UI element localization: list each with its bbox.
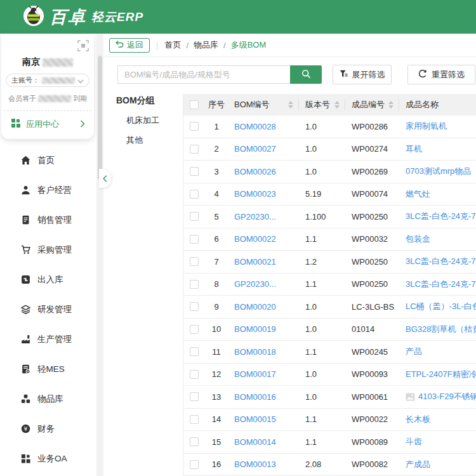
breadcrumb-home[interactable]: 首页	[164, 39, 181, 51]
row-checkbox[interactable]	[190, 122, 199, 131]
reset-filter-label: 重置筛选	[432, 69, 465, 81]
table-row: 14BOM000151.1WP00022长木板	[183, 409, 476, 432]
sort-icon[interactable]	[288, 101, 293, 109]
row-checkbox[interactable]	[190, 415, 199, 424]
sidebar-scrollbar[interactable]	[96, 34, 103, 476]
product-name-link[interactable]: 长木板	[406, 414, 430, 425]
row-version: 5.19	[299, 189, 345, 199]
row-seq: 12	[205, 369, 228, 379]
row-version: 1.0	[299, 167, 345, 176]
sidebar-item-items[interactable]: 物品库	[0, 384, 96, 414]
scrollbar-thumb[interactable]	[98, 56, 102, 180]
product-name-link[interactable]: 产成品	[406, 459, 430, 470]
row-checkbox[interactable]	[190, 392, 199, 401]
sidebar-item-production[interactable]: 生产管理	[0, 324, 96, 354]
bom-code-link[interactable]: BOM00017	[234, 369, 276, 379]
row-seq: 4	[205, 189, 228, 199]
company-name: 南京	[1, 56, 94, 68]
search-input[interactable]	[117, 65, 290, 84]
main-account-selector[interactable]: 主账号：	[6, 74, 89, 87]
row-checkbox[interactable]	[190, 145, 199, 154]
chevron-down-icon	[77, 75, 84, 86]
layers-icon	[21, 305, 30, 314]
breadcrumb-items-library[interactable]: 物品库	[194, 39, 218, 51]
bom-code-link[interactable]: BOM00014	[234, 437, 276, 447]
product-name-link[interactable]: 产品	[406, 346, 422, 357]
sort-icon[interactable]	[334, 101, 340, 109]
sidebar-item-rd[interactable]: 研发管理	[0, 294, 96, 324]
back-button[interactable]: 返回	[109, 38, 150, 53]
product-name-link[interactable]: 家用制氧机	[406, 121, 447, 132]
row-checkbox[interactable]	[190, 460, 199, 469]
company-name-redacted	[43, 58, 73, 67]
bom-code-link[interactable]: BOM00020	[234, 302, 276, 312]
row-checkbox[interactable]	[190, 235, 199, 244]
row-checkbox[interactable]	[190, 437, 199, 446]
sidebar-item-finance[interactable]: ¥ 财务	[0, 414, 96, 444]
bom-code-link[interactable]: BOM00016	[234, 392, 276, 402]
bom-code-link[interactable]: BOM00019	[234, 324, 276, 334]
sidebar-item-home[interactable]: 首页	[0, 145, 96, 175]
qr-code-icon[interactable]	[77, 39, 89, 55]
finance-icon: ¥	[21, 424, 30, 433]
bom-code-link[interactable]: BOM00026	[234, 167, 276, 176]
sidebar-item-customer[interactable]: 客户经营	[0, 175, 96, 205]
mes-icon	[21, 364, 30, 374]
bom-code-link[interactable]: BOM00027	[234, 144, 276, 154]
bom-code-link[interactable]: BOM00018	[234, 347, 276, 357]
product-name-link[interactable]: 3LC盖-白色-24克-7...	[406, 279, 476, 290]
row-checkbox[interactable]	[190, 302, 199, 311]
table-row: 2BOM000271.0WP00274耳机	[183, 138, 476, 161]
bom-code-link[interactable]: BOM00022	[234, 234, 276, 244]
product-name-link[interactable]: 3LC盖-白色-24克-7...	[406, 211, 476, 222]
sidebar-item-oa[interactable]: 业务OA	[0, 444, 96, 473]
bom-code-link[interactable]: BOM00013	[234, 459, 276, 469]
product-name-link[interactable]: 4103-F29不锈钢...	[418, 391, 476, 402]
col-version[interactable]: 版本号	[299, 99, 345, 110]
bom-code-link[interactable]: BOM00028	[234, 122, 276, 131]
col-product-code[interactable]: 成品编号	[345, 99, 399, 110]
table-row: 12BOM000171.0WP00093ETPL-2407F精密冷...	[183, 364, 476, 387]
row-checkbox[interactable]	[190, 257, 199, 266]
sidebar-item-purchase[interactable]: 采购管理	[0, 235, 96, 265]
row-checkbox[interactable]	[190, 280, 199, 289]
bom-code-link[interactable]: BOM00015	[234, 414, 276, 424]
member-expiry: 会员将于 到期	[1, 94, 94, 103]
row-checkbox[interactable]	[190, 190, 199, 199]
sidebar-item-mes[interactable]: 轻MES	[0, 354, 96, 384]
select-all-checkbox[interactable]	[190, 100, 199, 109]
bom-code-link[interactable]: BOM00023	[234, 189, 276, 199]
product-name-link[interactable]: 包装盒	[406, 234, 430, 245]
reset-filter-button[interactable]: 重置筛选	[407, 65, 475, 84]
table-header: 序号 BOM编号 版本号 成品编号 成品名称	[183, 94, 476, 116]
expand-filter-label: 展开筛选	[352, 69, 385, 81]
product-name-link[interactable]: BG328割草机（桔黄...	[406, 324, 476, 335]
image-thumbnail-icon[interactable]	[406, 393, 415, 401]
row-checkbox[interactable]	[190, 325, 199, 334]
bom-group-item-other[interactable]: 其他	[126, 135, 159, 146]
bom-code-link[interactable]: BOM00021	[234, 257, 276, 267]
sort-icon[interactable]	[388, 101, 393, 109]
row-checkbox[interactable]	[190, 370, 199, 379]
bom-code-link[interactable]: GP20230...	[234, 279, 276, 289]
search-button[interactable]	[290, 65, 322, 84]
app-center-link[interactable]: 应用中心	[1, 111, 94, 130]
bom-code-link[interactable]: GP20230...	[234, 212, 276, 221]
bom-group-item-machining[interactable]: 机床加工	[126, 115, 159, 126]
product-name-link[interactable]: 0703测试mrp物品	[406, 166, 471, 177]
row-checkbox[interactable]	[190, 167, 199, 176]
product-name-link[interactable]: 斗齿	[406, 436, 422, 447]
row-checkbox[interactable]	[190, 347, 199, 356]
member-expiry-redacted	[38, 95, 71, 102]
product-name-link[interactable]: LC桶（盖）-3L-白色...	[406, 301, 476, 312]
sidebar-item-sales[interactable]: 销售管理	[0, 205, 96, 235]
sidebar-item-inout-warehouse[interactable]: 出入库	[0, 265, 96, 294]
row-product-code: WP00286	[345, 122, 399, 131]
product-name-link[interactable]: 耳机	[406, 143, 422, 155]
col-bom-code[interactable]: BOM编号	[228, 99, 299, 110]
product-name-link[interactable]: 3LC盖-白色-24克-7...	[406, 256, 476, 267]
row-checkbox[interactable]	[190, 212, 199, 221]
expand-filter-button[interactable]: 展开筛选	[333, 65, 392, 84]
product-name-link[interactable]: ETPL-2407F精密冷...	[406, 369, 476, 380]
product-name-link[interactable]: 燃气灶	[406, 188, 430, 200]
